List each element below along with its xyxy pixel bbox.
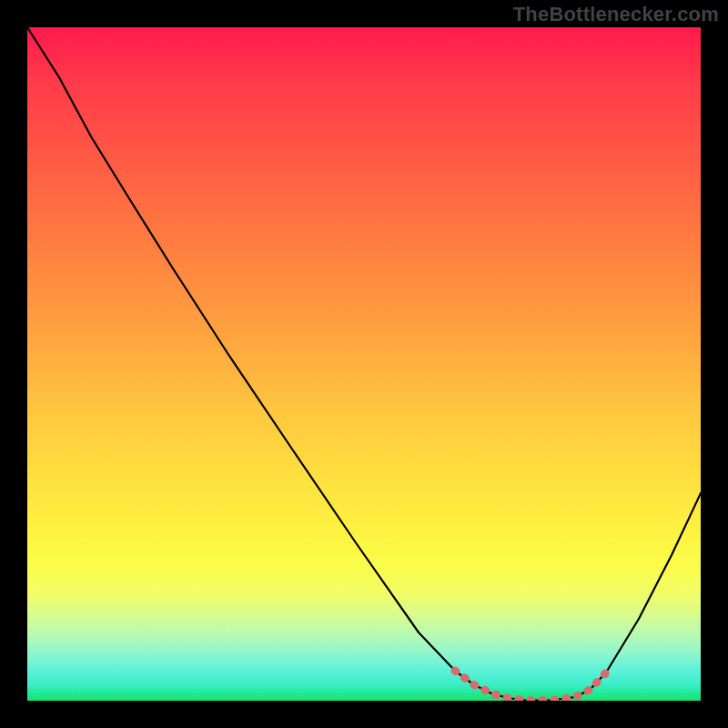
- watermark-text: TheBottlenecker.com: [27, 3, 719, 26]
- chart-frame: TheBottlenecker.com: [0, 0, 728, 728]
- optimum-band-highlight: [455, 671, 606, 701]
- bottleneck-curve: [27, 27, 701, 701]
- curve-svg: [27, 27, 701, 701]
- gradient-plot-area: [27, 27, 701, 701]
